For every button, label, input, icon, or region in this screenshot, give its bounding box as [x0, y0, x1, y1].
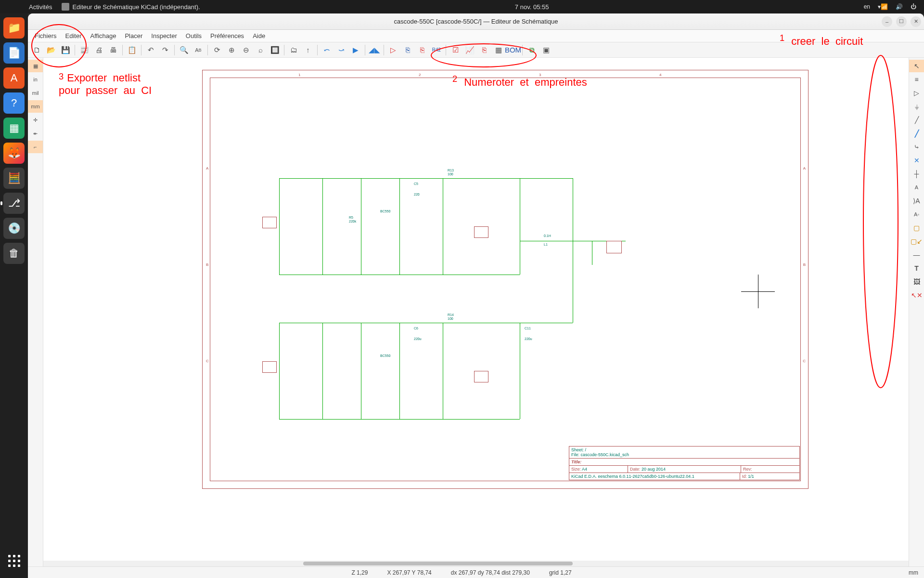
mirror-h-icon[interactable]: ◢◣ — [368, 43, 381, 57]
find-replace-icon[interactable]: AB — [192, 43, 205, 57]
refresh-icon[interactable]: ⟳ — [210, 43, 224, 57]
dock-files[interactable]: 📁 — [3, 17, 25, 39]
canvas-hscrollbar[interactable] — [43, 561, 909, 566]
junction-icon[interactable]: ┼ — [909, 168, 924, 180]
separator — [384, 45, 384, 55]
origin-icon[interactable]: ⌐ — [28, 141, 43, 153]
add-sheet-icon[interactable]: ▢ — [909, 222, 924, 234]
menu-inspecter[interactable]: Inspecter — [147, 31, 180, 41]
page-settings-icon[interactable]: 📰 — [77, 43, 91, 57]
annotate-icon[interactable]: R42 — [430, 43, 443, 57]
delete-tool-icon[interactable]: ↖✕ — [909, 289, 924, 302]
menu-placer[interactable]: Placer — [121, 31, 146, 41]
menu-preferences[interactable]: Préférences — [206, 31, 248, 41]
add-power-icon[interactable]: ⏚ — [909, 100, 924, 113]
script-console-icon[interactable]: ▣ — [539, 43, 553, 57]
power-icon[interactable]: ⏻ — [911, 3, 916, 10]
units-mm[interactable]: mm — [28, 100, 43, 113]
select-tool-icon[interactable]: ↖ — [909, 60, 924, 72]
toggle-grid-icon[interactable]: ▦ — [28, 60, 43, 72]
rotate-ccw-icon[interactable]: ⤺ — [320, 43, 334, 57]
print-icon[interactable]: 🖨 — [92, 43, 105, 57]
wire-to-bus-icon[interactable]: ⤷ — [909, 141, 924, 153]
bom-icon[interactable]: BOM — [506, 43, 520, 57]
window-maximize[interactable]: ☐ — [896, 16, 907, 27]
dock-calc[interactable]: ▦ — [3, 118, 25, 139]
window-minimize[interactable]: – — [882, 16, 892, 27]
canvas[interactable]: A B C A B C 1 2 3 4 Sheet: /File: cascod… — [43, 58, 909, 566]
volume-icon[interactable]: 🔊 — [896, 3, 903, 10]
browse-symbols-icon[interactable]: ⎘ — [401, 43, 414, 57]
find-icon[interactable]: 🔍 — [177, 43, 191, 57]
highlight-net-icon[interactable]: ≡ — [909, 73, 924, 86]
add-wire-icon[interactable]: ╱ — [909, 114, 924, 126]
simulator-icon[interactable]: 📈 — [463, 43, 476, 57]
symbol-editor-icon[interactable]: ▷ — [386, 43, 400, 57]
menu-aide[interactable]: Aide — [249, 31, 269, 41]
zoom-fit-icon[interactable]: ⌕ — [254, 43, 267, 57]
erc-icon[interactable]: ☑ — [449, 43, 462, 57]
workspace: ▦ in mil mm ✛ ↞ ⌐ A B C A B C — [28, 58, 924, 566]
hidden-pins-icon[interactable]: ↞ — [28, 127, 43, 140]
dock-trash[interactable]: 🗑 — [3, 243, 25, 264]
hier-label-icon[interactable]: A◦ — [909, 208, 924, 221]
dock-writer[interactable]: 📄 — [3, 42, 25, 64]
separator — [365, 45, 365, 55]
full-crosshair-icon[interactable]: ✛ — [28, 114, 43, 126]
ubuntu-dock: 📁 📄 A ? ▦ 🦊 🧮 ⎇ 💿 🗑 — [0, 13, 28, 578]
menu-affichage[interactable]: Affichage — [86, 31, 120, 41]
status-unit[interactable]: mm — [909, 569, 918, 576]
assign-footprints-icon[interactable]: ⎘ — [477, 43, 491, 57]
dock-software[interactable]: A — [3, 67, 25, 89]
status-bar: Z 1,29 X 267,97 Y 78,74 dx 267,97 dy 78,… — [28, 566, 924, 578]
zoom-out-icon[interactable]: ⊖ — [239, 43, 253, 57]
undo-icon[interactable]: ↶ — [144, 43, 157, 57]
network-icon[interactable]: ▾📶 — [878, 3, 888, 10]
label-icon[interactable]: A — [909, 181, 924, 194]
dock-help[interactable]: ? — [3, 92, 25, 114]
menu-editer[interactable]: Editer — [62, 31, 86, 41]
open-pcb-icon[interactable]: ⧉ — [525, 43, 539, 57]
dock-kicad-eeschema[interactable]: ⎇ — [3, 193, 25, 214]
leave-sheet-icon[interactable]: ↑ — [301, 43, 315, 57]
hierarchy-icon[interactable]: 🗂 — [287, 43, 300, 57]
units-in[interactable]: in — [28, 73, 43, 86]
redo-icon[interactable]: ↷ — [158, 43, 172, 57]
dock-disks[interactable]: 💿 — [3, 218, 25, 239]
open-icon[interactable]: 📂 — [44, 43, 58, 57]
rotate-cw-icon[interactable]: ⤻ — [334, 43, 348, 57]
footprint-assign-icon[interactable]: ⎘ — [415, 43, 429, 57]
mirror-v-icon[interactable]: ▶ — [349, 43, 362, 57]
new-icon[interactable]: 🗋 — [30, 43, 43, 57]
plot-icon[interactable]: 🖶 — [106, 43, 120, 57]
add-symbol-icon[interactable]: ▷ — [909, 87, 924, 99]
global-label-icon[interactable]: ⟩A — [909, 195, 924, 207]
zoom-selection-icon[interactable]: 🔲 — [268, 43, 282, 57]
add-image-icon[interactable]: 🖼 — [909, 276, 924, 288]
add-bus-icon[interactable]: ╱ — [909, 127, 924, 140]
clock[interactable]: 7 nov. 05:55 — [200, 3, 864, 11]
save-icon[interactable]: 💾 — [59, 43, 72, 57]
status-grid[interactable]: grid 1,27 — [549, 569, 572, 576]
schematic-content: BC550 R13 100 C5 220 R5 220k 0.1H L1 — [236, 144, 669, 424]
line-icon[interactable]: — — [909, 249, 924, 261]
menu-fichiers[interactable]: Fichiers — [31, 31, 61, 41]
units-mil[interactable]: mil — [28, 87, 43, 99]
top-app-indicator[interactable]: Editeur de Schématique KiCad (indépendan… — [62, 3, 200, 11]
zoom-in-icon[interactable]: ⊕ — [225, 43, 238, 57]
activities-button[interactable]: Activités — [29, 3, 52, 11]
text-icon[interactable]: T — [909, 262, 924, 275]
scrollbar-thumb[interactable] — [303, 562, 573, 565]
import-sheet-pin-icon[interactable]: ▢↙ — [909, 235, 924, 248]
show-applications[interactable] — [3, 550, 25, 571]
separator — [174, 45, 175, 55]
dock-firefox[interactable]: 🦊 — [3, 143, 25, 164]
noconnect-icon[interactable]: ✕ — [909, 154, 924, 167]
lang-indicator[interactable]: en — [864, 3, 870, 10]
dock-calculator[interactable]: 🧮 — [3, 168, 25, 189]
edit-fields-icon[interactable]: ▦ — [492, 43, 505, 57]
window-close[interactable]: ✕ — [911, 16, 921, 27]
menu-outils[interactable]: Outils — [182, 31, 205, 41]
paste-icon[interactable]: 📋 — [125, 43, 139, 57]
status-dxy: dx 267,97 dy 78,74 dist 279,30 — [451, 569, 530, 576]
